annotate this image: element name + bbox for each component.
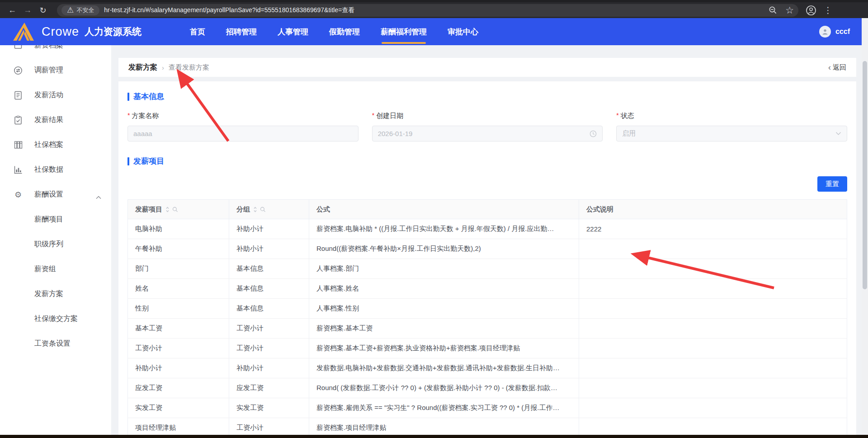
table-cell: 薪资档案.基本工资 [309, 319, 579, 339]
exchange-icon [14, 66, 23, 75]
required-star: * [372, 112, 374, 119]
sidebar-item-salary-adjust[interactable]: 调薪管理 [0, 58, 111, 83]
field-status: *状态 启用 [616, 112, 847, 141]
table-row[interactable]: 午餐补助补助小计Round((薪资档案.午餐补助×月报.工作日实出勤天数),2) [128, 239, 847, 259]
table-cell: 应发工资 [128, 378, 229, 398]
search-icon[interactable] [260, 207, 266, 212]
url-text: hr-test.zjf-it.cn/#/salaryManagement/pay… [104, 6, 764, 14]
security-badge[interactable]: ⚠ 不安全 [61, 5, 99, 15]
chevron-down-icon [835, 132, 841, 136]
table-cell: 工资小计 [229, 339, 309, 358]
required-star: * [616, 112, 618, 119]
table-row[interactable]: 实发工资实发工资薪资档案.雇佣关系 == "实习生" ? Round((薪资档案… [128, 398, 847, 418]
clock-icon [590, 130, 597, 137]
bookmark-star-icon[interactable]: ☆ [785, 5, 794, 15]
profile-icon[interactable] [806, 5, 816, 16]
back-button[interactable]: ‹ 返回 [828, 63, 846, 72]
back-chevron-icon: ‹ [828, 63, 831, 72]
table-cell: 部门 [128, 259, 229, 279]
sort-icon[interactable] [253, 207, 257, 212]
table-cell: 薪资档案.基本工资+薪资档案.执业资格补助+薪资档案.项目经理津贴 [309, 339, 579, 358]
table-cell: 工资小计 [229, 319, 309, 339]
nav-home[interactable]: 首页 [190, 18, 205, 45]
sidebar-item-label: 发薪活动 [34, 90, 63, 100]
sidebar-item-payroll-activity[interactable]: 发薪活动 [0, 83, 111, 108]
sidebar-item-label: 社保数据 [34, 165, 63, 174]
table-cell: Round((薪资档案.午餐补助×月报.工作日实出勤天数),2) [309, 239, 579, 259]
reload-icon[interactable]: ↻ [35, 4, 51, 17]
table-row[interactable]: 电脑补助补助小计薪资档案.电脑补助 * ((月报.工作日实出勤天数 + 月报.年… [128, 219, 847, 239]
chevron-up-icon [96, 193, 101, 201]
zoom-out-icon[interactable] [769, 6, 777, 14]
table-cell: 实发工资 [229, 398, 309, 418]
sidebar-item-rank-sequence[interactable]: 职级序列 [0, 232, 111, 257]
field-create-date: *创建日期 2026-01-19 [372, 112, 603, 141]
col-header-formula-desc: 公式说明 [579, 200, 847, 219]
sidebar-item-salary-items[interactable]: 薪酬项目 [0, 207, 111, 232]
browser-menu-icon[interactable]: ⋮ [824, 6, 832, 14]
field-label: *方案名称 [127, 112, 359, 120]
table-cell: 人事档案.姓名 [309, 279, 579, 299]
header-user[interactable]: cccf [819, 26, 850, 38]
table-row[interactable]: 性别基本信息人事档案.性别 [128, 299, 847, 319]
sidebar-item-social-payment-plan[interactable]: 社保缴交方案 [0, 306, 111, 331]
table-row[interactable]: 补助小计补助小计发薪数据.电脑补助+发薪数据.交通补助+发薪数据.通讯补助+发薪… [128, 358, 847, 378]
table-cell: 基本信息 [229, 259, 309, 279]
nav-recruit[interactable]: 招聘管理 [226, 18, 257, 45]
table-row[interactable]: 应发工资应发工资Round( (发薪数据.工资小计 ?? 0) + (发薪数据.… [128, 378, 847, 398]
table-cell [579, 319, 847, 339]
address-bar[interactable]: ⚠ 不安全 hr-test.zjf-it.cn/#/salaryManageme… [57, 4, 798, 17]
back-icon[interactable]: ← [5, 4, 20, 17]
reset-button[interactable]: 重置 [817, 176, 847, 192]
table-cell: 电脑补助 [128, 219, 229, 239]
breadcrumb-separator-icon: › [162, 64, 164, 71]
col-header-group[interactable]: 分组 [229, 200, 309, 219]
breadcrumb: 发薪方案 › 查看发薪方案 ‹ 返回 [118, 58, 856, 77]
table-cell: 午餐补助 [128, 239, 229, 259]
sidebar-item-social-archive[interactable]: 社保档案 [0, 132, 111, 157]
app-header: Crowe 人力资源系统 首页 招聘管理 人事管理 假勤管理 薪酬福利管理 审批… [0, 18, 868, 45]
sidebar-item-social-data[interactable]: 社保数据 [0, 157, 111, 182]
app-name: 人力资源系统 [85, 25, 142, 38]
crowe-logo-icon [13, 22, 36, 42]
sidebar-item-payslip-settings[interactable]: 工资条设置 [0, 331, 111, 356]
table-cell: 基本工资 [128, 319, 229, 339]
sidebar-item-payroll-result[interactable]: 发薪结果 [0, 108, 111, 132]
sidebar-item-label: 发薪结果 [34, 115, 63, 125]
nav-approval[interactable]: 审批中心 [448, 18, 478, 45]
page-scrollbar-track[interactable] [862, 18, 868, 435]
sidebar-group-label: 薪酬设置 [34, 190, 63, 199]
required-star: * [127, 112, 130, 119]
table-cell: 姓名 [128, 279, 229, 299]
page-scrollbar-thumb[interactable] [863, 61, 867, 289]
table-row[interactable]: 基本工资工资小计薪资档案.基本工资 [128, 319, 847, 339]
search-icon[interactable] [172, 207, 178, 212]
breadcrumb-current: 查看发薪方案 [169, 63, 209, 72]
create-date-input[interactable]: 2026-01-19 [372, 126, 603, 141]
table-row[interactable]: 工资小计工资小计薪资档案.基本工资+薪资档案.执业资格补助+薪资档案.项目经理津… [128, 339, 847, 358]
status-select[interactable]: 启用 [616, 126, 847, 141]
table-cell: 实发工资 [128, 398, 229, 418]
forward-icon[interactable]: → [20, 4, 35, 17]
table-cell: 补助小计 [128, 358, 229, 378]
nav-hr[interactable]: 人事管理 [278, 18, 308, 45]
table-cell [579, 339, 847, 358]
plan-name-input[interactable]: aaaaa [127, 126, 359, 141]
nav-attendance[interactable]: 假勤管理 [329, 18, 360, 45]
table-cell [579, 279, 847, 299]
content-card: 基本信息 *方案名称 aaaaa *创建日期 2026-01-19 [118, 81, 856, 438]
sidebar-item-payroll-plan[interactable]: 发薪方案 [0, 282, 111, 306]
table-cell: 人事档案.部门 [309, 259, 579, 279]
table-cell: 2222 [579, 219, 847, 239]
section-basic-info: 基本信息 [127, 91, 847, 102]
col-header-payroll-item[interactable]: 发薪项目 [128, 200, 229, 219]
sidebar-group-salary-settings[interactable]: ⚙ 薪酬设置 [0, 182, 111, 207]
table-row[interactable]: 姓名基本信息人事档案.姓名 [128, 279, 847, 299]
section-payroll-items: 发薪项目 [127, 156, 847, 166]
table-row[interactable]: 部门基本信息人事档案.部门 [128, 259, 847, 279]
nav-salary-benefits[interactable]: 薪酬福利管理 [381, 18, 427, 45]
breadcrumb-root[interactable]: 发薪方案 [128, 63, 157, 72]
sidebar-item-salary-group[interactable]: 薪资组 [0, 257, 111, 282]
sort-icon[interactable] [165, 207, 170, 212]
table-cell: 补助小计 [229, 239, 309, 259]
